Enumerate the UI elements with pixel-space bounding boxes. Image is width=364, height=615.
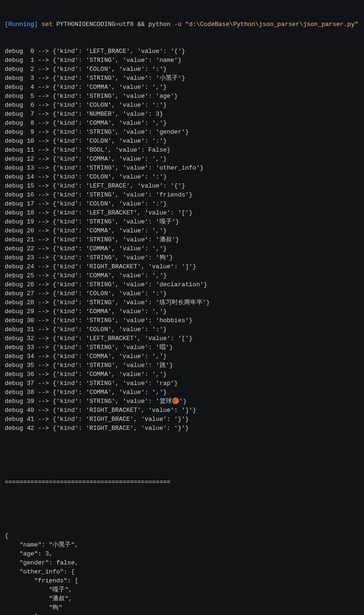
debug-line: debug 20 --> {'kind': 'COMMA', 'value': …: [5, 226, 359, 235]
debug-line: debug 26 --> {'kind': 'STRING', 'value':…: [5, 280, 359, 289]
debug-line: debug 9 --> {'kind': 'STRING', 'value': …: [5, 128, 359, 137]
debug-line: debug 21 --> {'kind': 'STRING', 'value':…: [5, 235, 359, 244]
debug-line: debug 38 --> {'kind': 'COMMA', 'value': …: [5, 388, 359, 397]
debug-line: debug 28 --> {'kind': 'STRING', 'value':…: [5, 298, 359, 307]
debug-line: debug 4 --> {'kind': 'COMMA', 'value': '…: [5, 83, 359, 92]
debug-line: debug 27 --> {'kind': 'COLON', 'value': …: [5, 289, 359, 298]
separator: ========================================…: [5, 478, 359, 487]
debug-line: debug 17 --> {'kind': 'COLON', 'value': …: [5, 199, 359, 208]
debug-line: debug 23 --> {'kind': 'STRING', 'value':…: [5, 253, 359, 262]
debug-line: debug 41 --> {'kind': 'RIGHT_BRACE', 'va…: [5, 415, 359, 424]
debug-line: debug 13 --> {'kind': 'STRING', 'value':…: [5, 163, 359, 172]
cmd-flag: -u: [174, 21, 182, 28]
debug-line: debug 37 --> {'kind': 'STRING', 'value':…: [5, 379, 359, 388]
debug-line: debug 16 --> {'kind': 'STRING', 'value':…: [5, 190, 359, 199]
blank-line: [5, 451, 359, 460]
debug-line: debug 33 --> {'kind': 'STRING', 'value':…: [5, 343, 359, 352]
debug-line: debug 18 --> {'kind': 'LEFT_BRACKET', 'v…: [5, 208, 359, 217]
run-header: [Running] set PYTHONIOENCODING=utf8 && p…: [5, 20, 359, 29]
debug-line: debug 19 --> {'kind': 'STRING', 'value':…: [5, 217, 359, 226]
debug-line: debug 36 --> {'kind': 'COMMA', 'value': …: [5, 370, 359, 379]
debug-line: debug 29 --> {'kind': 'COMMA', 'value': …: [5, 307, 359, 316]
debug-line: debug 6 --> {'kind': 'COLON', 'value': '…: [5, 101, 359, 110]
debug-line: debug 34 --> {'kind': 'COMMA', 'value': …: [5, 352, 359, 361]
debug-line: debug 42 --> {'kind': 'RIGHT_BRACE', 'va…: [5, 424, 359, 433]
debug-line: debug 2 --> {'kind': 'COLON', 'value': '…: [5, 65, 359, 74]
debug-line: debug 15 --> {'kind': 'LEFT_BRACE', 'val…: [5, 181, 359, 190]
debug-line: debug 1 --> {'kind': 'STRING', 'value': …: [5, 56, 359, 65]
debug-line: debug 5 --> {'kind': 'STRING', 'value': …: [5, 92, 359, 101]
debug-line: debug 30 --> {'kind': 'STRING', 'value':…: [5, 316, 359, 325]
running-label: [Running]: [5, 21, 38, 28]
debug-line: debug 8 --> {'kind': 'COMMA', 'value': '…: [5, 119, 359, 128]
json-output: { "name": "小黑子", "age": 3, "gender": fal…: [5, 531, 359, 615]
debug-line: debug 40 --> {'kind': 'RIGHT_BRACKET', '…: [5, 406, 359, 415]
debug-line: debug 10 --> {'kind': 'COLON', 'value': …: [5, 137, 359, 145]
debug-line: debug 0 --> {'kind': 'LEFT_BRACE', 'valu…: [5, 47, 359, 56]
debug-line: debug 22 --> {'kind': 'COMMA', 'value': …: [5, 244, 359, 253]
terminal-output: [Running] set PYTHONIOENCODING=utf8 && p…: [0, 0, 364, 615]
debug-line: debug 35 --> {'kind': 'STRING', 'value':…: [5, 361, 359, 370]
cmd-path: "d:\CodeBase\Python\json_parser\json_par…: [185, 21, 358, 28]
debug-line: debug 24 --> {'kind': 'RIGHT_BRACKET', '…: [5, 262, 359, 271]
debug-line: debug 25 --> {'kind': 'COMMA', 'value': …: [5, 271, 359, 280]
debug-line: debug 32 --> {'kind': 'LEFT_BRACKET', 'v…: [5, 334, 359, 343]
debug-line: debug 31 --> {'kind': 'COLON', 'value': …: [5, 325, 359, 334]
debug-line: debug 39 --> {'kind': 'STRING', 'value':…: [5, 397, 359, 406]
cmd-env: PYTHONIOENCODING=utf8 && python: [56, 21, 170, 28]
cmd-set: set: [42, 21, 52, 28]
debug-line: debug 7 --> {'kind': 'NUMBER', 'value': …: [5, 110, 359, 119]
token-lines: debug 0 --> {'kind': 'LEFT_BRACE', 'valu…: [5, 47, 359, 433]
blank-line: [5, 504, 359, 513]
debug-line: debug 3 --> {'kind': 'STRING', 'value': …: [5, 74, 359, 83]
debug-line: debug 11 --> {'kind': 'BOOL', 'value': F…: [5, 145, 359, 154]
debug-line: debug 12 --> {'kind': 'COMMA', 'value': …: [5, 154, 359, 163]
debug-line: debug 14 --> {'kind': 'COLON', 'value': …: [5, 172, 359, 181]
